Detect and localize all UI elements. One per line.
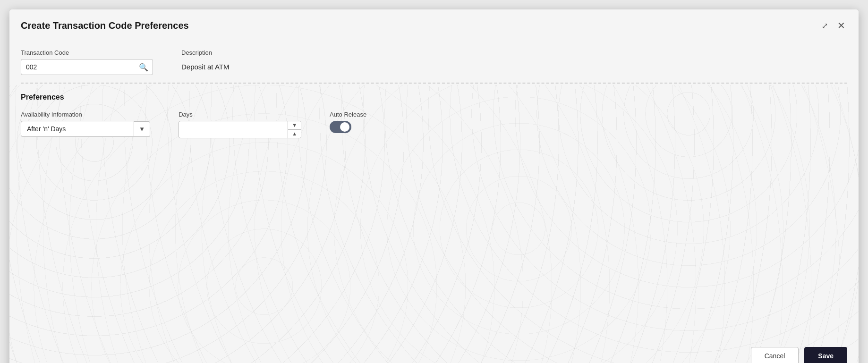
dialog-header: Create Transaction Code Preferences ⤢ ✕	[9, 9, 859, 40]
chevron-up-icon: ▲	[292, 131, 297, 136]
search-button[interactable]: 🔍	[137, 61, 150, 74]
header-actions: ⤢ ✕	[820, 18, 847, 33]
availability-select[interactable]: After 'n' Days	[21, 121, 134, 137]
preferences-section: Preferences Availability Information Aft…	[21, 93, 847, 138]
days-input-wrapper: ▼ ▲	[179, 121, 301, 138]
search-icon: 🔍	[139, 63, 148, 71]
description-group: Description Deposit at ATM	[181, 49, 229, 75]
cancel-button[interactable]: Cancel	[751, 347, 799, 363]
availability-select-wrapper: After 'n' Days ▼	[21, 121, 150, 137]
auto-release-label: Auto Release	[330, 111, 366, 118]
transaction-code-input-wrapper: 🔍	[21, 59, 153, 75]
days-label: Days	[179, 111, 301, 118]
availability-group: Availability Information After 'n' Days …	[21, 111, 150, 137]
create-transaction-code-dialog: Create Transaction Code Preferences ⤢ ✕ …	[9, 9, 859, 363]
preferences-row: Availability Information After 'n' Days …	[21, 111, 847, 138]
expand-button[interactable]: ⤢	[820, 19, 830, 32]
transaction-code-label: Transaction Code	[21, 49, 153, 56]
expand-icon: ⤢	[822, 21, 828, 30]
section-divider	[21, 83, 847, 84]
auto-release-group: Auto Release	[330, 111, 366, 133]
transaction-code-input[interactable]	[21, 59, 153, 75]
auto-release-toggle[interactable]	[330, 121, 351, 133]
description-value: Deposit at ATM	[181, 59, 229, 75]
dialog-title: Create Transaction Code Preferences	[21, 20, 189, 31]
days-input[interactable]	[179, 122, 288, 137]
save-button[interactable]: Save	[804, 347, 847, 363]
chevron-down-icon: ▼	[292, 122, 297, 128]
availability-dropdown-button[interactable]: ▼	[134, 121, 150, 137]
preferences-section-title: Preferences	[21, 93, 847, 101]
close-button[interactable]: ✕	[835, 18, 847, 33]
toggle-slider	[330, 121, 351, 133]
days-down-button[interactable]: ▼	[288, 121, 301, 130]
availability-label: Availability Information	[21, 111, 150, 118]
description-label: Description	[181, 49, 229, 56]
days-controls: ▼ ▲	[288, 121, 301, 138]
close-icon: ✕	[837, 20, 845, 31]
dialog-footer: Cancel Save	[9, 339, 859, 363]
dialog-body: Transaction Code 🔍 Description Deposit a…	[9, 40, 859, 339]
chevron-down-icon: ▼	[139, 126, 145, 133]
transaction-code-group: Transaction Code 🔍	[21, 49, 153, 75]
top-form-row: Transaction Code 🔍 Description Deposit a…	[21, 49, 847, 75]
days-group: Days ▼ ▲	[179, 111, 301, 138]
days-up-button[interactable]: ▲	[288, 130, 301, 138]
